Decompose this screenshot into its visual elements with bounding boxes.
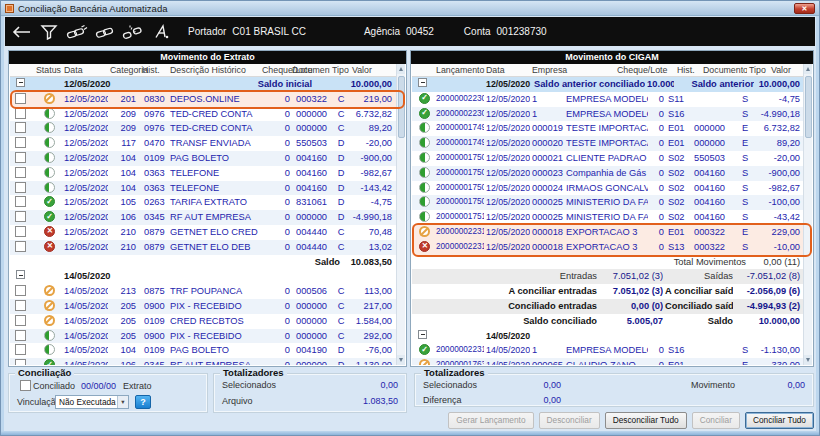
scroll-up-button[interactable] (397, 64, 405, 74)
row-checkbox[interactable] (15, 226, 26, 237)
column-header-documento[interactable]: Documento (290, 64, 330, 76)
extrato-row[interactable]: 14/05/20202050900PIX - RECEBIDO0000000C2… (10, 329, 405, 344)
cigam-row[interactable]: 20000001750012/05/2020000021CLIENTE PADR… (412, 151, 812, 166)
unlink-icon[interactable] (122, 24, 144, 40)
cigam-row[interactable]: 20000001750112/05/2020000023Companhia de… (412, 166, 812, 181)
column-header-cheque-lote[interactable]: Cheque/Lote (260, 64, 290, 76)
extrato-row[interactable]: 14/05/20202130875TRF POUPANCA0000506C113… (10, 284, 405, 299)
title-bar[interactable]: Conciliação Bancária Automatizada ✕ (1, 1, 819, 16)
row-checkbox[interactable] (15, 285, 26, 296)
row-checkbox[interactable] (15, 137, 26, 148)
cigam-row[interactable]: 20000001749912/05/2020000020TESTE IMPORT… (412, 136, 812, 151)
cigam-row[interactable]: 20000001751012/05/2020000025MINISTERIO D… (412, 210, 812, 225)
extrato-group-row[interactable]: 14/05/2020 (10, 269, 405, 284)
cigam-row[interactable]: 20000001763414/05/2020000065CLAUDIO ZANO… (412, 358, 812, 365)
close-button[interactable]: ✕ (794, 3, 815, 14)
extrato-row[interactable]: 14/05/20202050109CRED RECBTOS0000000C1.5… (10, 314, 405, 329)
cigam-row[interactable]: 20000001750312/05/2020000025MINISTERIO D… (412, 195, 812, 210)
extrato-row[interactable]: 12/05/20201040109PAG BOLETO0004160D-900,… (10, 151, 405, 166)
conciliado-checkbox[interactable] (20, 380, 31, 391)
row-checkbox[interactable] (15, 152, 26, 163)
column-header-tipo[interactable]: Tipo (330, 64, 350, 76)
cell-documento: 000000 (290, 299, 330, 314)
cigam-row[interactable]: 20000001749812/05/2020000019TESTE IMPORT… (412, 121, 812, 136)
extrato-row[interactable]: 14/05/20202050900PIX - RECEBIDO0000000C2… (10, 299, 405, 314)
row-checkbox[interactable] (15, 330, 26, 341)
column-header-valor[interactable]: Valor (350, 64, 396, 76)
row-checkbox[interactable] (15, 211, 26, 222)
column-header-cheque-lote[interactable]: Cheque/Lote (615, 64, 675, 76)
cigam-group-row[interactable]: 12/05/2020Saldo anterior conciliado10.00… (412, 77, 812, 92)
row-checkbox[interactable] (15, 241, 26, 252)
link-auto-icon[interactable] (66, 24, 88, 40)
extrato-row[interactable]: 12/05/20202090976TED-CRED CONTA0000000C8… (10, 121, 405, 136)
filter-icon[interactable] (38, 24, 60, 40)
extrato-row[interactable]: 12/05/20202010830DEPOS.ONLINE0000322C219… (10, 92, 405, 107)
row-checkbox[interactable] (15, 344, 26, 355)
column-header-tipo[interactable]: Tipo (747, 64, 769, 76)
extrato-row[interactable]: 12/05/20201040363TELEFONE0004160D-143,42 (10, 181, 405, 196)
collapse-icon[interactable] (16, 270, 25, 279)
collapse-toggle[interactable] (10, 77, 34, 92)
desconciliar-tudo-button[interactable]: Desconciliar Tudo (605, 412, 687, 429)
column-header-status[interactable]: Status (34, 64, 62, 76)
row-checkbox[interactable] (15, 182, 26, 193)
gerar-lan-amento-button: Gerar Lançamento (448, 412, 533, 429)
column-header-hist-[interactable]: Hist. (675, 64, 701, 76)
cigam-row[interactable]: 20000001750212/05/2020000024IRMAOS GONCA… (412, 181, 812, 196)
row-checkbox[interactable] (15, 93, 26, 104)
row-checkbox[interactable] (15, 167, 26, 178)
scroll-down-button[interactable] (804, 355, 812, 365)
collapse-icon[interactable] (418, 330, 427, 339)
collapse-toggle[interactable] (412, 77, 434, 92)
extrato-row[interactable]: 12/05/20201060345RF AUT EMPRESA0000000D-… (10, 210, 405, 225)
help-button[interactable]: ? (135, 395, 151, 409)
cigam-row[interactable]: 20000002231412/05/2020000018EXPORTACAO 3… (412, 225, 812, 240)
extrato-group-row[interactable]: 12/05/2020Saldo inicial10.000,00 (10, 77, 405, 92)
column-header-lan-amento[interactable]: Lançamento (434, 64, 484, 76)
vinculacao-select[interactable]: Não Executada ▾ (55, 395, 129, 409)
cigam-row[interactable]: 20000002230912/05/20201EMPRESA MODELO L0… (412, 107, 812, 122)
collapse-toggle[interactable] (412, 329, 434, 344)
extrato-row[interactable]: 14/05/20201040109PAG BOLETO0004190D-76,0… (10, 343, 405, 358)
row-checkbox[interactable] (15, 196, 26, 207)
chevron-down-icon[interactable]: ▾ (117, 396, 128, 408)
auto-conciliate-icon[interactable] (150, 24, 172, 40)
column-header-hist-[interactable]: Hist. (140, 64, 168, 76)
extrato-row[interactable]: 12/05/20202100879GETNET ELO DEB0004440C1… (10, 240, 405, 255)
extrato-row[interactable]: 12/05/20201050263TARIFA EXTRATO0831061D-… (10, 195, 405, 210)
cigam-group-row[interactable]: 14/05/2020 (412, 329, 812, 344)
extrato-row[interactable]: 12/05/20202090976TED-CRED CONTA0000000C6… (10, 107, 405, 122)
cigam-scrollbar[interactable] (803, 64, 812, 365)
scroll-down-button[interactable] (397, 355, 405, 365)
conciliar-tudo-button[interactable]: Conciliar Tudo (745, 412, 814, 429)
scrollbar-thumb[interactable] (805, 76, 812, 138)
link-icon[interactable] (94, 24, 116, 40)
column-header-valor[interactable]: Valor (769, 64, 803, 76)
extrato-row[interactable]: 14/05/20201060345RF AUT EMPRESA0000000D-… (10, 358, 405, 365)
collapse-icon[interactable] (418, 78, 427, 87)
column-header-data[interactable]: Data (484, 64, 530, 76)
column-header-descri-o-hist-rico[interactable]: Descrição Histórico (168, 64, 260, 76)
back-icon[interactable] (10, 24, 32, 40)
cigam-row[interactable]: 20000002230712/05/20201EMPRESA MODELO L0… (412, 92, 812, 107)
row-checkbox[interactable] (15, 108, 26, 119)
extrato-scrollbar[interactable] (396, 64, 405, 365)
column-header-empresa[interactable]: Empresa (530, 64, 615, 76)
collapse-icon[interactable] (16, 78, 25, 87)
scrollbar-thumb[interactable] (398, 76, 405, 138)
extrato-row[interactable]: 12/05/20201040363TELEFONE0004160D-982,67 (10, 166, 405, 181)
extrato-row[interactable]: 12/05/20201170470TRANSF ENVIADA0550503D-… (10, 136, 405, 151)
collapse-toggle[interactable] (10, 269, 34, 284)
row-checkbox[interactable] (15, 122, 26, 133)
column-header-data[interactable]: Data (62, 64, 108, 76)
row-checkbox[interactable] (15, 359, 26, 365)
row-checkbox[interactable] (15, 315, 26, 326)
column-header-categoria[interactable]: Categoria (108, 64, 140, 76)
cigam-row[interactable]: 20000002231512/05/2020000018EXPORTACAO 3… (412, 240, 812, 255)
cigam-row[interactable]: 20000002231114/05/20201EMPRESA MODELO L0… (412, 343, 812, 358)
extrato-row[interactable]: 12/05/20202100879GETNET ELO CRED0004440C… (10, 225, 405, 240)
row-checkbox[interactable] (15, 300, 26, 311)
column-header-documento[interactable]: Documento (701, 64, 747, 76)
scroll-up-button[interactable] (804, 64, 812, 74)
